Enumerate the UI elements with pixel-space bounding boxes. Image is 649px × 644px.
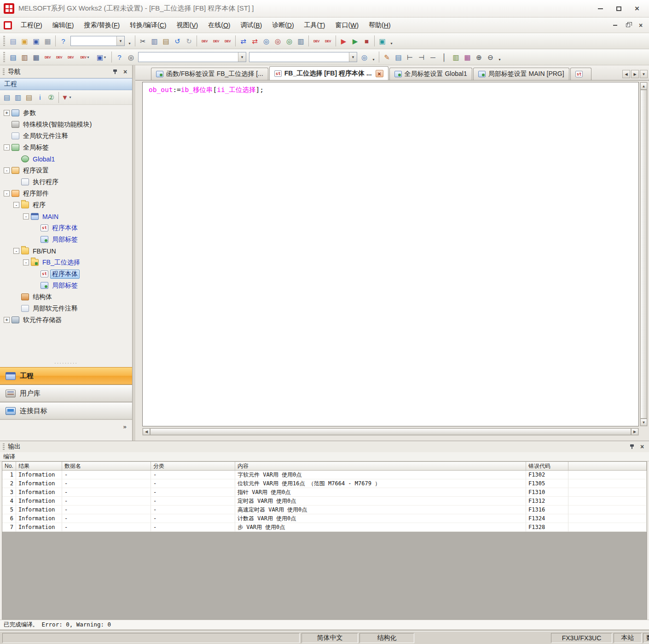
menu-item[interactable]: 工程(P) bbox=[16, 17, 47, 33]
ladder-symbol-close-button[interactable]: ⊣ bbox=[416, 52, 427, 63]
toolbar-grip[interactable] bbox=[3, 52, 5, 62]
document-tab[interactable] bbox=[570, 68, 591, 80]
toolbar-grip[interactable] bbox=[3, 36, 5, 46]
output-column-header[interactable]: No. bbox=[2, 462, 16, 470]
new-data-button[interactable]: ▤ bbox=[1, 92, 12, 103]
toolbar-overflow-button[interactable]: ▾ bbox=[496, 52, 503, 63]
output-close-button[interactable]: × bbox=[638, 443, 646, 451]
scroll-right-button[interactable]: ▶ bbox=[631, 428, 638, 435]
tree-collapse-icon[interactable]: - bbox=[4, 144, 10, 150]
device-batch-monitor-button[interactable]: DEV bbox=[311, 35, 322, 47]
menu-item[interactable]: 在线(O) bbox=[203, 17, 235, 33]
toolbar-overflow-button[interactable]: ▾ bbox=[126, 35, 133, 47]
tree-item[interactable]: 程序本体 bbox=[0, 222, 132, 234]
tree-expand-icon[interactable]: + bbox=[4, 317, 10, 323]
mdi-restore-button[interactable] bbox=[623, 21, 632, 29]
write-to-plc-button[interactable]: ⇄ bbox=[238, 35, 249, 47]
output-row[interactable]: 1Information--字软元件 VAR用 使用0点F1302 bbox=[2, 471, 647, 479]
note-display-button[interactable]: DEV bbox=[65, 52, 76, 63]
device-test-button[interactable]: DEV bbox=[322, 35, 334, 47]
output-row[interactable]: 7Information--步 VAR用 使用0点F1328 bbox=[2, 523, 647, 532]
tree-item[interactable]: 局部标签 bbox=[0, 280, 132, 291]
tree-item[interactable]: -程序设置 bbox=[0, 165, 132, 176]
zoom-out-button[interactable]: ⊖ bbox=[485, 52, 496, 63]
display-color-button[interactable]: ▦ bbox=[462, 52, 473, 63]
tree-item[interactable]: 全局软元件注释 bbox=[0, 130, 132, 142]
read-from-plc-button[interactable]: ⇄ bbox=[249, 35, 261, 47]
output-column-header[interactable]: 分类 bbox=[151, 462, 235, 470]
tree-item[interactable]: +软元件存储器 bbox=[0, 314, 132, 326]
output-row[interactable]: 5Information--高速定时器 VAR用 使用0点F1316 bbox=[2, 506, 647, 514]
device-comment-display-button[interactable]: DEV bbox=[42, 52, 53, 63]
device-note-button[interactable]: DEV bbox=[222, 35, 233, 47]
tree-item[interactable]: -全局标签 bbox=[0, 142, 132, 153]
device-statement-button[interactable]: DEV bbox=[210, 35, 222, 47]
help-button[interactable]: ? bbox=[114, 52, 125, 63]
tree-item[interactable]: -FB_工位选择 bbox=[0, 257, 132, 268]
vertical-scrollbar[interactable]: ▲ ▼ bbox=[640, 82, 648, 426]
copy-data-button[interactable]: ▥ bbox=[12, 92, 23, 103]
dropdown-arrow-icon[interactable]: ▾ bbox=[116, 36, 124, 46]
st-code-editor[interactable]: ob_out:=ib_移位串[ii_工位选择]; bbox=[142, 82, 639, 426]
auto-hide-pin-button[interactable] bbox=[111, 68, 119, 76]
output-column-header[interactable]: 错误代码 bbox=[526, 462, 568, 470]
vertical-scroll-thumb[interactable] bbox=[640, 90, 647, 419]
new-project-button[interactable]: ▤ bbox=[7, 35, 19, 47]
simulation-stop-button[interactable]: ■ bbox=[361, 35, 372, 47]
more-buttons-chevron[interactable]: » bbox=[120, 422, 129, 431]
output-row[interactable]: 2Information--位软元件 VAR用 使用16点 （范围 M7664 … bbox=[2, 479, 647, 488]
document-tab[interactable]: 全局标签设置 Global1 bbox=[389, 68, 472, 80]
save-project-button[interactable]: ▣ bbox=[30, 35, 42, 47]
menu-item[interactable]: 编辑(E) bbox=[47, 17, 79, 33]
tab-close-icon[interactable]: × bbox=[376, 70, 383, 77]
close-button[interactable]: × bbox=[629, 3, 645, 15]
output-column-header[interactable]: 内容 bbox=[235, 462, 526, 470]
document-tab[interactable]: 局部标签设置 MAIN [PRG] bbox=[473, 68, 569, 80]
horizontal-scrollbar[interactable]: ◀ ▶ bbox=[142, 428, 639, 436]
find-target-combo[interactable]: ▾ bbox=[138, 52, 246, 62]
minimize-button[interactable] bbox=[592, 3, 608, 15]
mdi-minimize-button[interactable] bbox=[610, 21, 620, 29]
output-column-header[interactable]: 结果 bbox=[16, 462, 62, 470]
document-tab[interactable]: FB_工位选择 [FB] 程序本体 ...× bbox=[269, 66, 388, 80]
menu-item[interactable]: 调试(B) bbox=[235, 17, 267, 33]
output-row[interactable]: 3Information--指针 VAR用 使用0点F1310 bbox=[2, 488, 647, 497]
maximize-button[interactable] bbox=[610, 3, 627, 15]
nav-button-project[interactable]: 工程 bbox=[0, 367, 132, 385]
window-select-combo[interactable]: ▾ bbox=[70, 36, 125, 46]
simulation-start-button[interactable]: ▶ bbox=[349, 35, 361, 47]
find-button[interactable]: ◎ bbox=[125, 52, 137, 63]
toolbar-overflow-button[interactable]: ▾ bbox=[370, 52, 377, 63]
output-row[interactable]: 4Information--定时器 VAR用 使用0点F1312 bbox=[2, 497, 647, 506]
device-find-button[interactable]: ◎ bbox=[284, 35, 295, 47]
output-compile-tab[interactable]: 编译 bbox=[0, 452, 649, 461]
menu-item[interactable]: 视图(V) bbox=[172, 17, 203, 33]
label-comment-display-dropdown-icon[interactable]: ▾ bbox=[104, 55, 106, 59]
tree-item[interactable]: -MAIN bbox=[0, 211, 132, 222]
comment-edit-button[interactable]: ▥ bbox=[450, 52, 462, 63]
tree-item[interactable]: +参数 bbox=[0, 107, 132, 119]
nav-button-connection-target[interactable]: 连接目标 bbox=[0, 402, 132, 420]
navigation-close-button[interactable]: × bbox=[121, 68, 129, 76]
tree-collapse-icon[interactable]: - bbox=[4, 167, 10, 173]
function-block-selection-button[interactable]: ▥ bbox=[19, 52, 30, 63]
tree-item[interactable]: -FB/FUN bbox=[0, 245, 132, 257]
tree-item[interactable]: 程序本体 bbox=[0, 268, 132, 280]
insert-mode-button[interactable]: ▤ bbox=[393, 52, 404, 63]
find-string-combo[interactable]: ▾ bbox=[249, 52, 357, 62]
document-tab[interactable]: 函数/FB标签设置 FB_工位选择 [... bbox=[151, 68, 268, 80]
tree-item[interactable]: 执行程序 bbox=[0, 176, 132, 188]
menu-item[interactable]: 窗口(W) bbox=[330, 17, 364, 33]
paste-data-button[interactable]: ▤ bbox=[23, 92, 35, 103]
label-comment-display-button[interactable]: ▣▾ bbox=[93, 52, 110, 63]
program-check-button[interactable]: ? bbox=[58, 35, 69, 47]
tab-list-button[interactable]: ▼ bbox=[640, 70, 648, 78]
sort-filter-dropdown-icon[interactable]: ▾ bbox=[69, 95, 71, 99]
simple-display-toggle-button[interactable]: ② bbox=[46, 92, 57, 103]
statement-display-button[interactable]: DEV bbox=[53, 52, 65, 63]
data-properties-button[interactable]: i bbox=[35, 92, 46, 103]
auto-hide-pin-button[interactable] bbox=[628, 443, 636, 451]
output-row[interactable]: 6Information--计数器 VAR用 使用0点F1324 bbox=[2, 514, 647, 523]
panel-grip[interactable] bbox=[3, 443, 5, 450]
panel-resize-splitter[interactable]: ········· bbox=[0, 361, 132, 367]
